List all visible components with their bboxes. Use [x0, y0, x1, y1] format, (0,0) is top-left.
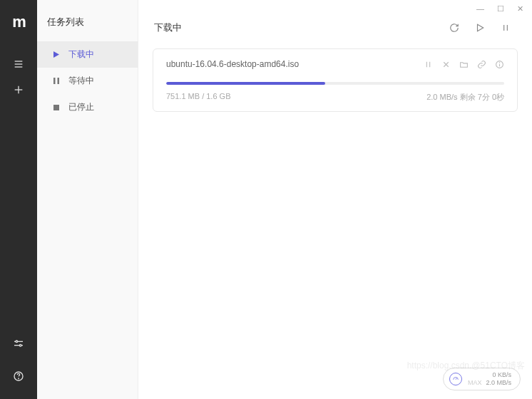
app-logo: m	[12, 13, 25, 31]
settings-button[interactable]	[0, 331, 37, 356]
list-icon	[13, 58, 24, 70]
stop-icon	[53, 105, 60, 110]
icon-rail: m	[0, 0, 37, 399]
resume-all-icon[interactable]	[475, 23, 485, 33]
sidebar-item-label: 等待中	[68, 75, 94, 87]
task-close-icon[interactable]	[441, 60, 451, 69]
max-label: MAX	[468, 379, 482, 387]
progress-bar	[166, 82, 504, 85]
task-filename: ubuntu-16.04.6-desktop-amd64.iso	[166, 59, 299, 69]
task-actions	[424, 60, 504, 69]
refresh-icon[interactable]	[449, 23, 459, 33]
task-size: 751.1 MB / 1.6 GB	[166, 92, 231, 103]
task-info-icon[interactable]	[495, 60, 504, 69]
svg-point-10	[19, 378, 19, 379]
task-link-icon[interactable]	[477, 60, 486, 69]
minimize-button[interactable]: —	[476, 4, 484, 13]
pause-icon	[53, 78, 60, 84]
svg-rect-12	[58, 78, 60, 84]
sidebar-item-waiting[interactable]: 等待中	[37, 68, 138, 94]
sliders-icon	[13, 338, 24, 349]
svg-point-6	[16, 341, 18, 343]
pause-all-icon[interactable]	[501, 23, 511, 33]
header: 下载中	[138, 16, 532, 46]
sidebar-item-downloading[interactable]: 下载中	[37, 41, 138, 68]
help-icon	[13, 370, 24, 382]
task-folder-icon[interactable]	[459, 60, 469, 69]
upload-speed: 0 KB/s	[492, 371, 511, 379]
plus-icon	[13, 84, 24, 95]
sidebar-item-label: 已停止	[68, 101, 94, 113]
svg-rect-11	[53, 78, 56, 84]
sidebar-title: 任务列表	[37, 9, 138, 41]
maximize-button[interactable]: ☐	[497, 4, 504, 14]
progress-fill	[166, 82, 325, 85]
window-controls: — ☐ ✕	[138, 0, 532, 16]
task-card[interactable]: ubuntu-16.04.6-desktop-amd64.iso 751.1 M…	[153, 48, 518, 112]
gauge-icon	[449, 373, 462, 385]
sidebar-item-label: 下载中	[68, 48, 94, 61]
svg-line-23	[456, 378, 457, 380]
sidebar-item-stopped[interactable]: 已停止	[37, 94, 138, 120]
sidebar: 任务列表 下载中 等待中 已停止	[37, 0, 138, 399]
add-task-button[interactable]	[0, 77, 37, 103]
close-button[interactable]: ✕	[517, 4, 523, 14]
task-pause-icon[interactable]	[424, 60, 433, 69]
main-panel: — ☐ ✕ 下载中 ubuntu-16.04.6-desktop-amd64.i…	[138, 0, 532, 399]
page-title: 下载中	[154, 21, 182, 34]
task-speed-eta: 2.0 MB/s 剩余 7分 0秒	[426, 92, 504, 103]
task-list: ubuntu-16.04.6-desktop-amd64.iso 751.1 M…	[138, 46, 532, 399]
svg-point-8	[19, 344, 21, 346]
tasks-button[interactable]	[0, 51, 37, 77]
svg-point-22	[499, 62, 500, 63]
help-button[interactable]	[0, 363, 37, 389]
download-speed: 2.0 MB/s	[486, 379, 511, 387]
svg-rect-13	[53, 105, 59, 110]
header-actions	[449, 23, 511, 33]
play-icon	[53, 51, 60, 58]
speed-widget[interactable]: 0 KB/s MAX 2.0 MB/s	[443, 368, 521, 390]
